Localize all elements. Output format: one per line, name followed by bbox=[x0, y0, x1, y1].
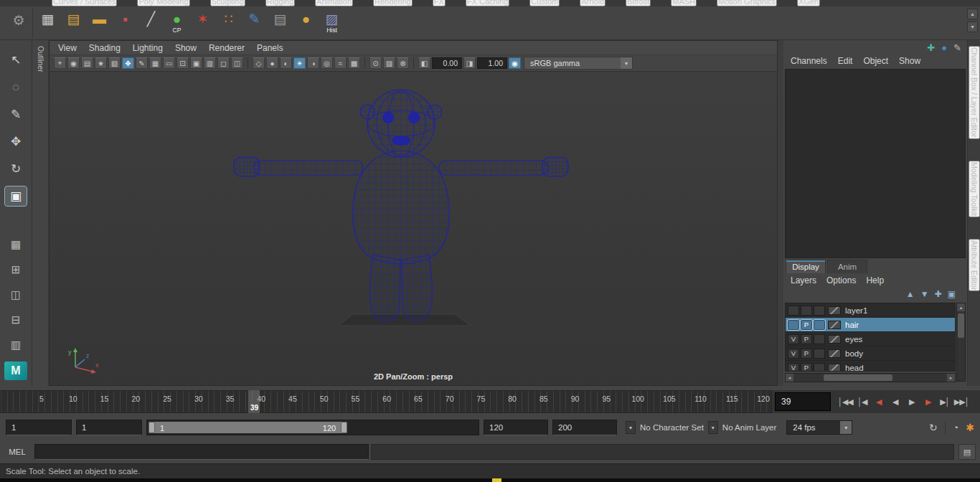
timeline-tick[interactable]: 85 bbox=[540, 394, 548, 403]
timeline-tick[interactable]: 45 bbox=[288, 394, 297, 403]
resolution-gate-icon[interactable]: ⊡ bbox=[176, 57, 189, 69]
ocean-sphere-icon[interactable]: ● bbox=[294, 7, 318, 37]
current-frame-indicator[interactable]: 39 bbox=[248, 390, 260, 413]
viewport-menu[interactable]: Show bbox=[175, 43, 197, 53]
timeline-tick[interactable]: 70 bbox=[446, 394, 454, 403]
create-empty-layer-icon[interactable]: ✚ bbox=[935, 289, 942, 299]
2d-pan-zoom-icon[interactable]: ✥ bbox=[122, 57, 134, 69]
anim-layer-label[interactable]: No Anim Layer bbox=[722, 423, 776, 432]
layer-editor-menu[interactable]: Options bbox=[826, 275, 856, 285]
field-chart-icon[interactable]: ▥ bbox=[204, 57, 216, 69]
timeline-tick[interactable]: 115 bbox=[726, 394, 738, 403]
timeline-ruler[interactable]: 5101520253035404550556065707580859095100… bbox=[0, 390, 772, 413]
anti-aliasing-icon[interactable]: ▩ bbox=[348, 57, 360, 69]
annotate-icon[interactable]: ✎ bbox=[953, 42, 961, 53]
xray-joints-icon[interactable]: ⊗ bbox=[397, 57, 409, 69]
scrollbar-thumb[interactable] bbox=[958, 313, 964, 338]
shelf-tab[interactable]: Rendering bbox=[373, 0, 413, 6]
layer-color-swatch[interactable] bbox=[828, 349, 841, 358]
layer-editor-tab[interactable]: Display bbox=[786, 260, 826, 273]
shelf-tab[interactable]: MASH bbox=[671, 0, 697, 6]
go-to-end-button[interactable]: ▶▶│ bbox=[954, 394, 969, 410]
gate-mask-icon[interactable]: ▣ bbox=[190, 57, 202, 69]
shelf-tab[interactable]: Arnold bbox=[580, 0, 606, 6]
viewport-menu[interactable]: Shading bbox=[89, 43, 121, 53]
isolate-select-icon[interactable]: ⊙ bbox=[369, 57, 382, 69]
outliner-panel-tab[interactable]: Outliner bbox=[33, 40, 49, 386]
layer-color-swatch[interactable] bbox=[828, 321, 841, 329]
range-slider[interactable]: 1 120 bbox=[146, 420, 479, 435]
side-panel-tab[interactable]: Modeling Toolkit bbox=[969, 161, 980, 217]
shadows-icon[interactable]: ◑ bbox=[307, 57, 319, 69]
layer-color-swatch[interactable] bbox=[828, 364, 841, 372]
camera-attributes-icon[interactable]: ▤ bbox=[81, 57, 93, 69]
layer-name[interactable]: eyes bbox=[842, 335, 862, 344]
layer-name[interactable]: head bbox=[842, 364, 864, 372]
timeline-tick[interactable]: 15 bbox=[100, 394, 109, 403]
layer-row[interactable]: V P head bbox=[786, 361, 955, 372]
layer-row[interactable]: layer1 bbox=[786, 303, 955, 318]
character-set-menu-icon[interactable]: ▾ bbox=[626, 421, 636, 434]
range-start-handle[interactable] bbox=[149, 422, 155, 433]
layer-visibility-toggle[interactable] bbox=[788, 320, 799, 330]
timeline-tick[interactable]: 60 bbox=[382, 394, 391, 403]
layer-editor-menu[interactable]: Layers bbox=[791, 275, 816, 285]
chevron-down-icon[interactable]: ▾ bbox=[621, 57, 632, 69]
command-results[interactable] bbox=[371, 444, 954, 460]
create-layer-from-selected-icon[interactable]: ▣ bbox=[948, 289, 956, 299]
go-to-start-button[interactable]: │◀◀ bbox=[838, 394, 853, 410]
settings-gear-icon[interactable]: ⚙ bbox=[9, 10, 29, 30]
scrollbar-thumb[interactable] bbox=[824, 374, 892, 381]
timeline-tick[interactable]: 55 bbox=[352, 394, 360, 403]
layer-playback-toggle[interactable]: P bbox=[801, 320, 812, 330]
gamma-icon[interactable]: ◨ bbox=[463, 57, 476, 69]
shelf-menu-grid-icon[interactable]: ▦ bbox=[36, 7, 60, 37]
script-editor-icon[interactable]: ▤ bbox=[958, 444, 976, 460]
timeline-tick[interactable]: 95 bbox=[603, 394, 611, 403]
playback-start-field[interactable]: 1 bbox=[76, 420, 142, 435]
channel-box-menu[interactable]: Object bbox=[863, 56, 888, 66]
attributes-icon[interactable]: ✚ bbox=[927, 42, 935, 53]
layer-name[interactable]: body bbox=[842, 349, 863, 358]
shaded-display-icon[interactable]: ● bbox=[266, 57, 278, 69]
timeline-tick[interactable]: 80 bbox=[508, 394, 517, 403]
particle-star-icon[interactable]: ✶ bbox=[191, 7, 215, 37]
single-pane-layout-icon[interactable]: ▦ bbox=[6, 236, 26, 253]
scroll-up-icon[interactable]: ▴ bbox=[957, 303, 965, 311]
layer-color-swatch[interactable] bbox=[828, 335, 841, 344]
playback-end-field[interactable]: 120 bbox=[484, 420, 548, 435]
grid-toggle-icon[interactable]: ▦ bbox=[149, 57, 161, 69]
screen-space-ao-icon[interactable]: ◎ bbox=[321, 57, 333, 69]
step-back-key-button[interactable]: ◀ bbox=[872, 394, 886, 410]
timeline-tick[interactable]: 30 bbox=[194, 394, 203, 403]
shelf-tab[interactable]: Sculpting bbox=[210, 0, 245, 6]
command-language-label[interactable]: MEL bbox=[0, 448, 34, 456]
motion-blur-icon[interactable]: ≈ bbox=[334, 57, 347, 69]
timeline-tick[interactable]: 100 bbox=[631, 394, 644, 403]
viewport-menu[interactable]: Lighting bbox=[133, 43, 163, 53]
playback-speed-icon[interactable]: ◔ bbox=[953, 422, 958, 433]
select-camera-icon[interactable]: ⌖ bbox=[54, 57, 66, 69]
channel-box-menu[interactable]: Channels bbox=[791, 56, 827, 66]
channel-box-list[interactable] bbox=[785, 69, 966, 258]
auto-keyframe-icon[interactable]: ✱ bbox=[966, 422, 974, 433]
textured-display-icon[interactable]: ◐ bbox=[280, 57, 292, 69]
shelf-scroll-up-icon[interactable]: ▴ bbox=[967, 9, 978, 19]
anim-layer-menu-icon[interactable]: ▾ bbox=[708, 421, 718, 434]
timeline-tick[interactable]: 110 bbox=[694, 394, 707, 403]
paint-effects-brush-icon[interactable]: ✎ bbox=[242, 7, 266, 37]
layer-visibility-toggle[interactable] bbox=[788, 306, 799, 316]
timeline-tick[interactable]: 90 bbox=[571, 394, 580, 403]
layer-color-swatch[interactable] bbox=[828, 306, 841, 315]
image-plane-icon[interactable]: ▧ bbox=[108, 57, 121, 69]
step-forward-key-button[interactable]: ▶ bbox=[921, 394, 936, 410]
wireframe-character-model[interactable] bbox=[232, 86, 570, 330]
channel-box-menu[interactable]: Show bbox=[899, 56, 920, 66]
side-panel-tab[interactable]: Channel Box / Layer Editor bbox=[969, 46, 980, 139]
timeline-tick[interactable]: 50 bbox=[320, 394, 329, 403]
step-back-frame-button[interactable]: │◀ bbox=[855, 394, 870, 410]
layer-playback-toggle[interactable]: P bbox=[801, 363, 812, 372]
move-layer-up-icon[interactable]: ▲ bbox=[906, 289, 915, 299]
layer-row[interactable]: P hair bbox=[786, 318, 955, 332]
shelf-scroll-down-icon[interactable]: ▾ bbox=[967, 22, 978, 32]
